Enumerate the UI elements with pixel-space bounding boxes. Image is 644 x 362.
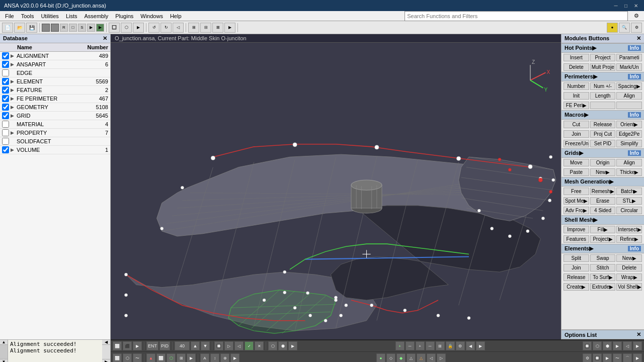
rp-button[interactable]: Release (590, 121, 616, 128)
view3[interactable]: ▶ (133, 23, 144, 33)
rp-button[interactable] (616, 102, 642, 109)
options-close-icon[interactable]: ✕ (636, 331, 641, 338)
right-tb3[interactable]: ⬢ (603, 341, 612, 350)
tb5[interactable]: S (78, 24, 86, 32)
center2-7[interactable]: ▷ (437, 353, 446, 362)
elem-opt2[interactable]: ▶ (187, 353, 196, 362)
rp-button[interactable]: Paste (564, 168, 589, 176)
db-checkbox[interactable] (2, 121, 9, 128)
db-expand-icon[interactable] (11, 139, 16, 144)
center2-5[interactable]: △ (417, 353, 426, 362)
right2-4[interactable]: 〜 (613, 353, 622, 362)
center-tb1[interactable]: + (395, 341, 405, 350)
rp-button[interactable]: Mult Proje (590, 63, 616, 71)
rp-button[interactable]: Intersect▶ (616, 226, 642, 233)
db-checkbox[interactable] (2, 146, 9, 153)
rp-button[interactable]: Length (590, 92, 616, 100)
rp-button[interactable]: Adv Fro▶ (564, 207, 589, 214)
right-panel-close[interactable]: ✕ (636, 35, 641, 42)
rp-button[interactable]: Features (564, 235, 589, 243)
select-circle[interactable]: ⬡ (123, 353, 132, 362)
rp-button[interactable]: Spacing▶ (616, 82, 642, 90)
rp-info-btn[interactable]: Info (628, 246, 641, 251)
save-btn[interactable]: 💾 (26, 23, 37, 33)
db-expand-icon[interactable]: ▶ (11, 130, 16, 135)
rp-button[interactable]: Align (616, 92, 642, 100)
rp-button[interactable]: Number (564, 82, 589, 90)
rp-button[interactable]: Freeze/Un (564, 140, 589, 147)
rp-button[interactable]: Vol Shell▶ (616, 283, 642, 291)
rp-button[interactable]: New▶ (590, 168, 616, 176)
tb-shape2[interactable]: ⬢ (278, 341, 287, 350)
db-row[interactable]: SOLIDFACET (0, 137, 110, 146)
text-tool[interactable]: A (200, 353, 209, 362)
db-row[interactable]: ▶ GEOMETRY 5108 (0, 103, 110, 112)
center-tb6[interactable]: 🔒 (446, 341, 455, 350)
rp-button[interactable]: Wrap▶ (616, 274, 642, 281)
search-input[interactable] (405, 11, 628, 21)
tb2[interactable] (51, 24, 59, 32)
db-expand-icon[interactable]: ▶ (11, 147, 16, 152)
right-tb5[interactable]: ◁ (623, 341, 632, 350)
menu-help[interactable]: Help (167, 13, 185, 20)
rp-button[interactable]: Num +/- (590, 82, 616, 90)
rp-button[interactable]: Improve (564, 226, 589, 233)
select-mode3[interactable]: ▶ (133, 341, 142, 350)
db-close-icon[interactable]: ✕ (103, 35, 107, 42)
center2-2[interactable]: ◇ (386, 353, 395, 362)
tb1[interactable] (42, 24, 50, 32)
view1[interactable]: 🔲 (109, 23, 120, 33)
db-expand-icon[interactable]: ▶ (11, 53, 16, 58)
db-checkbox[interactable] (2, 104, 9, 111)
center-tb2[interactable]: ─ (406, 341, 415, 350)
db-checkbox[interactable] (2, 86, 9, 94)
rp-button[interactable]: Extrude▶ (590, 283, 616, 291)
mesh-canvas[interactable]: X Y Z (111, 43, 561, 339)
center2-1[interactable]: ● (376, 353, 385, 362)
rp-button[interactable]: Set PID (590, 140, 616, 147)
db-checkbox[interactable] (2, 95, 9, 102)
mesh1[interactable]: ⊞ (188, 23, 199, 33)
rp-button[interactable]: Simplify (616, 140, 642, 147)
multi-tool[interactable]: ⊕ (220, 353, 229, 362)
rp-button[interactable]: Orient▶ (616, 121, 642, 128)
center2-4[interactable]: △ (407, 353, 416, 362)
rp-button[interactable]: Thicke▶ (616, 168, 642, 176)
tb4[interactable]: □ (69, 24, 77, 32)
elem-opt1[interactable]: ⊞ (177, 353, 186, 362)
rp-button[interactable]: Split (564, 254, 589, 262)
new-btn[interactable]: 📄 (2, 23, 13, 33)
tb-mode4[interactable]: ✓ (245, 341, 254, 350)
rp-button[interactable]: Project▶ (590, 235, 616, 243)
db-expand-icon[interactable]: ▶ (11, 96, 16, 101)
rot1[interactable]: ↺ (148, 23, 159, 33)
rp-button[interactable]: Create▶ (564, 283, 589, 291)
right-tb4[interactable]: ▶ (613, 341, 622, 350)
rp-button[interactable]: Align (616, 159, 642, 166)
rp-button[interactable]: Cut (564, 121, 589, 128)
settings-icon[interactable]: ⚙ (631, 12, 642, 20)
elem-hex[interactable]: ⬡ (167, 353, 176, 362)
rp-button[interactable]: Mark/Un (616, 63, 642, 71)
menu-tools[interactable]: Tools (18, 13, 37, 20)
tb-mode3[interactable]: ◁ (234, 341, 244, 350)
db-row[interactable]: ▶ FEATURE 2 (0, 86, 110, 95)
menu-utilities[interactable]: Utilities (38, 13, 61, 20)
num-down[interactable]: ▼ (201, 341, 210, 350)
rp-button[interactable]: Move (564, 159, 589, 166)
rp-button[interactable]: Free (564, 188, 589, 195)
tb-mode1[interactable]: 🔲 (214, 341, 223, 350)
log-sidebar-up[interactable]: ◀ (102, 340, 110, 345)
tb-mode5[interactable]: ✕ (255, 341, 264, 350)
db-row[interactable]: ▶ ANSAPART 6 (0, 60, 110, 69)
number-field[interactable]: 40 (175, 341, 190, 350)
select-mode1[interactable]: ⬜ (113, 341, 122, 350)
db-expand-icon[interactable] (11, 70, 16, 75)
mesh3[interactable]: ⊠ (212, 23, 223, 33)
rp-button[interactable]: Swap (590, 254, 616, 262)
db-expand-icon[interactable]: ▶ (11, 113, 16, 118)
tb3[interactable]: R (60, 24, 68, 32)
rtb3[interactable]: ⚙ (631, 23, 642, 33)
window-controls[interactable]: ─ □ ✕ (612, 2, 640, 9)
db-row[interactable]: ▶ ALIGNMENT 489 (0, 52, 110, 60)
